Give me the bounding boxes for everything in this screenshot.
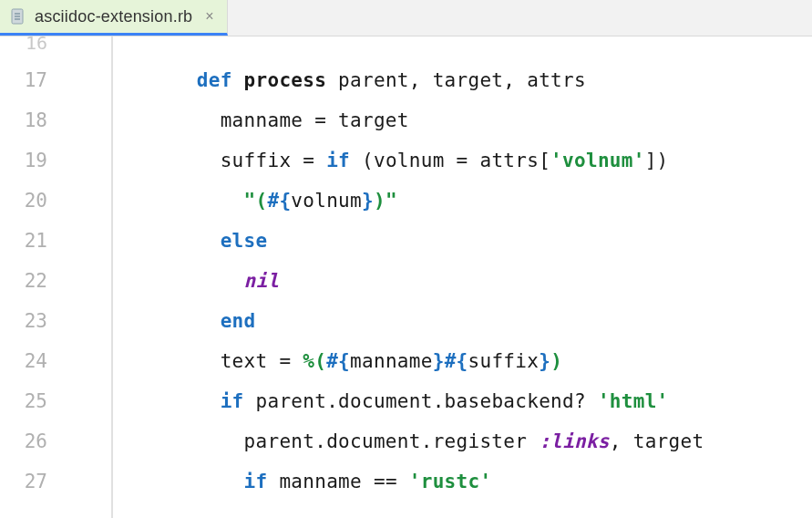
gutter: 161718192021222324252627 bbox=[0, 36, 60, 518]
tab-bar: asciidoc-extension.rb × bbox=[0, 0, 812, 36]
line-number: 23 bbox=[0, 301, 60, 341]
line-number: 26 bbox=[0, 421, 60, 461]
code-line[interactable]: else bbox=[149, 221, 812, 261]
token: suffix = bbox=[221, 150, 327, 171]
token: , target bbox=[610, 430, 704, 452]
token bbox=[149, 109, 221, 131]
token bbox=[149, 150, 221, 171]
code-line[interactable] bbox=[149, 36, 812, 60]
token: #{ bbox=[326, 350, 350, 372]
tab-filename: asciidoc-extension.rb bbox=[35, 7, 192, 26]
line-number: 19 bbox=[0, 140, 60, 181]
code-line[interactable]: suffix = if (volnum = attrs['volnum']) bbox=[149, 140, 812, 181]
token: (volnum = attrs[ bbox=[362, 150, 550, 171]
token: process bbox=[244, 69, 339, 91]
code-line[interactable]: parent.document.register :links, target bbox=[149, 421, 812, 461]
token: #{ bbox=[267, 190, 291, 212]
code-line[interactable]: if parent.document.basebackend? 'html' bbox=[149, 381, 812, 421]
file-icon bbox=[11, 8, 26, 25]
token: if bbox=[221, 390, 256, 412]
token bbox=[149, 190, 244, 212]
code-line[interactable]: "(#{volnum})" bbox=[149, 181, 812, 221]
token: "( bbox=[244, 190, 268, 212]
token bbox=[149, 471, 244, 492]
line-number: 22 bbox=[0, 261, 60, 301]
token: nil bbox=[244, 270, 280, 292]
token: ) bbox=[550, 350, 562, 372]
line-number: 24 bbox=[0, 341, 60, 381]
token: text = bbox=[221, 350, 303, 372]
code-editor[interactable]: 161718192021222324252627 def process par… bbox=[0, 36, 812, 518]
file-tab[interactable]: asciidoc-extension.rb × bbox=[0, 0, 228, 36]
code-line[interactable]: manname = target bbox=[149, 100, 812, 140]
code-line[interactable]: end bbox=[149, 301, 812, 341]
token: } bbox=[362, 190, 374, 212]
token: } bbox=[433, 350, 445, 372]
line-number: 27 bbox=[0, 461, 60, 502]
token bbox=[149, 230, 221, 252]
line-number: 16 bbox=[0, 36, 60, 60]
line-number: 20 bbox=[0, 181, 60, 221]
token bbox=[149, 350, 221, 372]
token: :links bbox=[539, 430, 610, 452]
token bbox=[149, 270, 244, 292]
fold-strip bbox=[60, 36, 113, 518]
code-area[interactable]: def process parent, target, attrs mannam… bbox=[113, 36, 812, 518]
token: manname == bbox=[279, 471, 408, 492]
token: #{ bbox=[445, 350, 468, 372]
token: 'rustc' bbox=[409, 471, 492, 492]
token: suffix bbox=[468, 350, 540, 372]
token: if bbox=[326, 150, 362, 171]
token bbox=[149, 390, 221, 412]
token: } bbox=[539, 350, 550, 372]
token: def bbox=[197, 69, 244, 91]
token: parent.document.basebackend? bbox=[256, 390, 598, 412]
token bbox=[149, 310, 221, 332]
token bbox=[149, 69, 197, 91]
token: manname bbox=[350, 350, 433, 372]
code-line[interactable]: nil bbox=[149, 261, 812, 301]
code-line[interactable]: def process parent, target, attrs bbox=[149, 60, 812, 100]
close-icon[interactable]: × bbox=[205, 8, 213, 25]
token: end bbox=[221, 310, 256, 332]
token: parent.document.register bbox=[244, 430, 540, 452]
token: parent, target, attrs bbox=[338, 69, 586, 91]
token: manname = target bbox=[221, 109, 409, 131]
token: volnum bbox=[291, 190, 362, 212]
token: 'html' bbox=[598, 390, 669, 412]
code-line[interactable]: text = %(#{manname}#{suffix}) bbox=[149, 341, 812, 381]
line-number: 21 bbox=[0, 221, 60, 261]
line-number: 17 bbox=[0, 60, 60, 100]
code-line[interactable]: if manname == 'rustc' bbox=[149, 461, 812, 502]
token: ]) bbox=[645, 150, 669, 171]
token bbox=[149, 430, 244, 452]
line-number: 18 bbox=[0, 100, 60, 140]
token: )" bbox=[374, 190, 397, 212]
token: %( bbox=[303, 350, 326, 372]
token: 'volnum' bbox=[550, 150, 645, 171]
token: if bbox=[244, 471, 280, 492]
line-number: 25 bbox=[0, 381, 60, 421]
token: else bbox=[221, 230, 268, 252]
